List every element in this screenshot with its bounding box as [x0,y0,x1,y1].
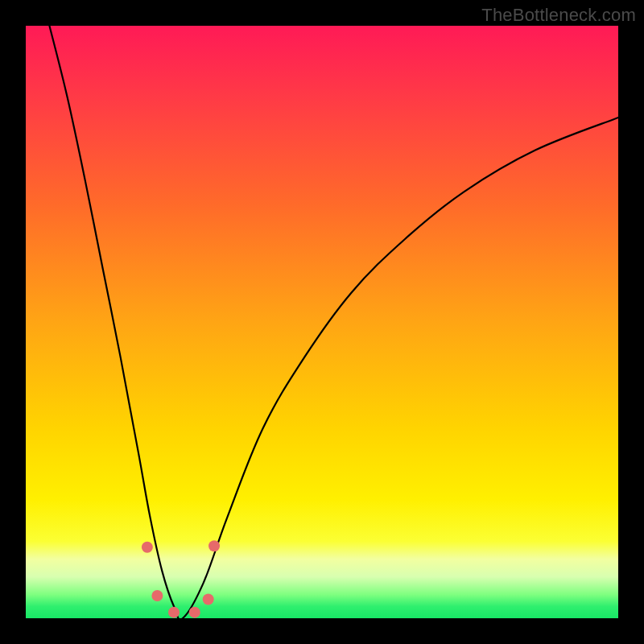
highlight-marker [189,607,200,618]
highlight-marker [208,540,220,551]
highlight-marker [168,607,180,618]
chart-frame: TheBottleneck.com [0,0,644,644]
bottleneck-curve [49,26,618,620]
highlight-marker [142,542,153,553]
curve-layer [26,26,618,618]
marker-group [142,540,220,617]
highlight-marker [203,593,214,605]
highlight-marker [151,590,163,601]
watermark-text: TheBottleneck.com [481,5,636,26]
